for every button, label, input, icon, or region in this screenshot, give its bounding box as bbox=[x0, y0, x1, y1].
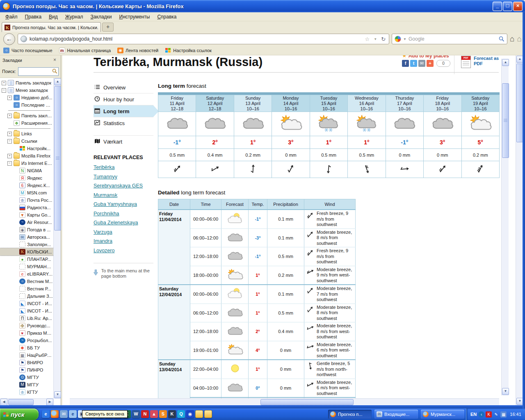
relevant-place-link[interactable]: Varzuga bbox=[94, 229, 155, 239]
to-main-menu-link[interactable]: To the main menu at the page bottom bbox=[94, 268, 155, 279]
menu-item[interactable]: Справка bbox=[153, 13, 180, 21]
menu-item[interactable]: Инструменты bbox=[116, 13, 154, 21]
bookmark-item[interactable]: +ΠLib.Ru: Ар... bbox=[0, 315, 54, 322]
tree-expander[interactable]: + bbox=[7, 114, 12, 118]
bookmark-item[interactable]: +◣INCOT - И... bbox=[0, 307, 54, 315]
menu-item[interactable]: Файл bbox=[2, 13, 21, 21]
bookmark-item[interactable]: +Настройк... bbox=[0, 145, 54, 152]
email-share-icon[interactable]: ✉ bbox=[418, 60, 425, 67]
bookmark-item[interactable]: −Ссылки bbox=[0, 137, 54, 145]
bookmark-item[interactable]: +MMSN.com bbox=[0, 189, 54, 196]
folder-quicklaunch-icon[interactable] bbox=[195, 410, 203, 418]
bookmark-item[interactable]: +KКОЛЬСКИ... bbox=[0, 248, 54, 256]
player-blue-quicklaunch-icon[interactable]: ◉ bbox=[186, 410, 194, 418]
bookmark-item[interactable]: +✱ББ ТУ bbox=[0, 344, 54, 352]
relevant-place-link[interactable]: Porchnikha bbox=[94, 211, 155, 220]
bookmark-item[interactable]: +○Недавно доб... bbox=[0, 94, 54, 101]
tree-expander[interactable]: + bbox=[7, 154, 12, 158]
bookmark-toolbar-item[interactable]: mНачальная страница bbox=[59, 48, 111, 53]
bookmark-item[interactable]: +✉Авторска... bbox=[0, 233, 54, 241]
add-to-my-places[interactable]: ★ Add to My places bbox=[402, 55, 453, 59]
maximize-button[interactable]: □ bbox=[503, 2, 512, 11]
nav-item-statistics[interactable]: Statistics bbox=[94, 117, 153, 129]
ie-page-quicklaunch-icon[interactable]: e bbox=[69, 410, 77, 418]
sidebar-search-input[interactable] bbox=[18, 67, 59, 76]
bookmark-star-icon[interactable]: ☆ bbox=[364, 36, 371, 42]
bookmark-item[interactable]: +6Яндекс.К... bbox=[0, 182, 54, 189]
bookmark-item[interactable]: +♥Приказ Ми... bbox=[0, 329, 54, 337]
relevant-place-link[interactable]: Teribërka bbox=[94, 164, 155, 174]
twitter-icon[interactable]: t bbox=[410, 60, 417, 67]
ie-quicklaunch-icon[interactable]: e bbox=[42, 410, 50, 418]
sidebar-close-icon[interactable]: × bbox=[51, 57, 58, 64]
bookmark-item[interactable]: +ЯЯндекс bbox=[0, 174, 54, 182]
search-engine-dropdown-icon[interactable]: ▼ bbox=[403, 37, 406, 41]
bookmark-item[interactable]: −Из Internet Ex... bbox=[0, 160, 54, 167]
scroll-down-arrow[interactable]: ▼ bbox=[54, 391, 61, 398]
word-quicklaunch-icon[interactable]: W bbox=[132, 410, 140, 418]
facebook-icon[interactable]: f bbox=[402, 60, 409, 67]
relevant-place-link[interactable]: Guba Yarnyshnaya bbox=[94, 201, 155, 211]
pencil-icon[interactable]: ✎ bbox=[493, 411, 499, 418]
bookmark-item[interactable]: +~Air Resour... bbox=[0, 219, 54, 226]
start-button[interactable]: пуск bbox=[0, 409, 39, 420]
relevant-place-link[interactable]: Tumannyy bbox=[94, 174, 155, 183]
new-tab-button[interactable]: + bbox=[102, 23, 114, 32]
bookmark-item[interactable]: +♔КГТУ bbox=[0, 388, 54, 396]
tree-expander[interactable]: + bbox=[7, 132, 12, 136]
back-button[interactable]: ← bbox=[3, 33, 15, 45]
bookmark-item[interactable]: +◈Погода в ... bbox=[0, 226, 54, 233]
language-indicator[interactable]: EN bbox=[470, 412, 477, 417]
scroll-thumb[interactable] bbox=[260, 399, 354, 405]
scroll-thumb[interactable] bbox=[502, 83, 509, 158]
scroll-left-arrow[interactable]: ◀ bbox=[0, 399, 7, 406]
browser-vertical-scrollbar[interactable]: ▲▼ bbox=[516, 55, 523, 405]
bookmark-item[interactable]: +♔Почта Рос... bbox=[0, 196, 54, 204]
window-titlebar[interactable]: Прогноз погоды. Час за часом. | Кольские… bbox=[0, 0, 525, 12]
reload-icon[interactable]: ↻ bbox=[380, 36, 386, 42]
bookmark-toolbar-item[interactable]: Настройка ссылок bbox=[165, 48, 212, 53]
scroll-up-arrow[interactable]: ▲ bbox=[502, 59, 509, 66]
kaspersky-icon[interactable]: K bbox=[486, 411, 492, 418]
bookmark-item[interactable]: +○Последние ме... bbox=[0, 101, 54, 109]
sidebar-vertical-scrollbar[interactable]: ▲▼ bbox=[53, 78, 61, 399]
bookmark-item[interactable]: +❖Расширения д... bbox=[0, 119, 54, 127]
bookmark-item[interactable]: +◣INCOT - И... bbox=[0, 300, 54, 307]
lang-circle-icon[interactable]: ‹ bbox=[478, 411, 484, 418]
menu-item[interactable]: Вид bbox=[45, 13, 62, 21]
bookmark-item[interactable]: +●ПЛАНТАР... bbox=[0, 256, 54, 263]
bookmark-toolbar-item[interactable]: ○Часто посещаемые bbox=[3, 48, 52, 53]
bookmark-item[interactable]: +Панель закладок bbox=[0, 79, 54, 87]
kmplayer-quicklaunch-icon[interactable]: K bbox=[168, 410, 176, 418]
forecast-as-pdf-link[interactable]: PDF Forecast as PDF bbox=[461, 56, 503, 68]
bookmark-item[interactable]: +⊙МГТУ bbox=[0, 374, 54, 381]
scroll-up-arrow[interactable]: ▲ bbox=[54, 78, 61, 85]
bookmark-item[interactable]: +⚑ПИНРО bbox=[0, 366, 54, 374]
folder-quicklaunch-icon[interactable] bbox=[204, 410, 212, 418]
nero-quicklaunch-icon[interactable]: N bbox=[141, 410, 149, 418]
tree-expander[interactable]: + bbox=[7, 96, 12, 100]
bookmark-item[interactable]: +✠Руководс... bbox=[0, 322, 54, 329]
bookmark-item[interactable]: +▦НацРыбРе... bbox=[0, 352, 54, 359]
relevant-place-link[interactable]: Lovozero bbox=[94, 248, 155, 257]
scroll-right-arrow[interactable]: ▶ bbox=[46, 399, 53, 406]
firefox-quicklaunch-icon[interactable] bbox=[51, 410, 59, 418]
taskbar-task-firefox[interactable]: Мурманск... bbox=[421, 410, 464, 419]
tree-expander[interactable]: − bbox=[2, 88, 6, 93]
nav-item-overview[interactable]: Overview bbox=[94, 82, 153, 93]
bookmark-item[interactable]: −Меню закладок bbox=[0, 87, 54, 94]
scroll-thumb[interactable] bbox=[54, 86, 61, 231]
url-dropdown-icon[interactable]: ▼ bbox=[373, 37, 378, 41]
bookmark-item[interactable]: +⚑ВНИРО bbox=[0, 359, 54, 366]
tree-expander[interactable]: − bbox=[7, 139, 12, 144]
tab-active[interactable]: K Прогноз погоды. Час за часом. | Кольск… bbox=[2, 22, 101, 32]
bookmark-item[interactable]: +МУРМАНС... bbox=[0, 263, 54, 270]
bookmark-item[interactable]: +NNIGMA bbox=[0, 167, 54, 174]
bookmark-item[interactable]: +▼Карты Go... bbox=[0, 211, 54, 219]
bookmark-item[interactable]: +Вестник Р... bbox=[0, 285, 54, 292]
home-button[interactable]: ⌂ bbox=[510, 33, 514, 45]
secondary-home-icon[interactable]: ⌂ bbox=[517, 33, 522, 45]
menu-item[interactable]: Правка bbox=[21, 13, 46, 21]
menu-item[interactable]: Закладки bbox=[87, 13, 116, 21]
bookmark-toolbar-item[interactable]: ◉Лента новостей bbox=[117, 48, 158, 53]
